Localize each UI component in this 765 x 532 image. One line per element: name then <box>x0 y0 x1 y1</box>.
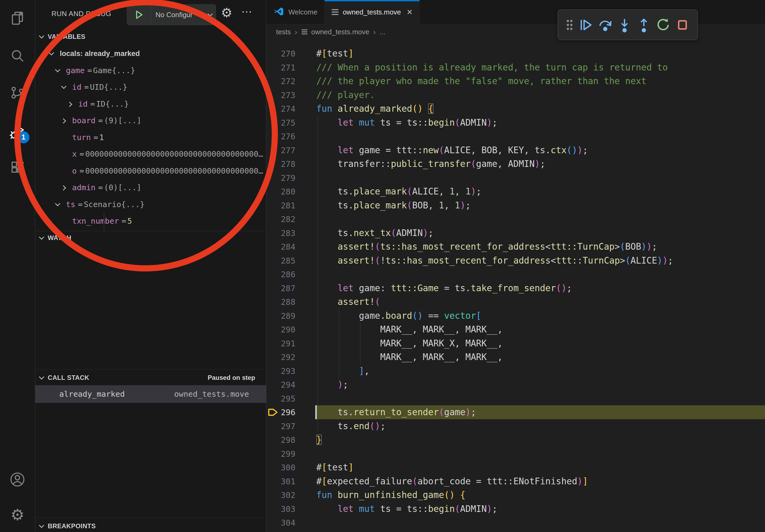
code-line[interactable]: 302fun burn_unfinished_game() { <box>267 488 765 502</box>
code-line[interactable]: 297 ts.end(); <box>267 419 765 433</box>
code-line[interactable]: 304 <box>267 516 765 530</box>
line-number[interactable]: 286 <box>267 268 296 282</box>
variable-row[interactable]: txn_number=5 <box>35 213 267 230</box>
step-out-icon[interactable] <box>634 14 653 36</box>
chevron-right-icon[interactable] <box>67 102 72 107</box>
line-number[interactable]: 272 <box>267 75 296 89</box>
call-stack-frame[interactable]: already_marked owned_tests.move <box>35 385 267 403</box>
tab-welcome[interactable]: Welcome <box>267 0 325 24</box>
code-line[interactable]: 291 MARK__, MARK_X, MARK__, <box>267 337 765 350</box>
line-number[interactable]: 300 <box>267 461 296 475</box>
line-number[interactable]: 285 <box>267 254 296 268</box>
line-number[interactable]: 282 <box>267 212 296 226</box>
line-number[interactable]: 275 <box>267 116 296 130</box>
line-number[interactable]: 291 <box>267 337 296 351</box>
run-and-debug-icon[interactable] <box>0 119 35 145</box>
code-line[interactable]: 285 assert!(!ts::has_most_recent_for_add… <box>267 254 765 268</box>
code-line[interactable]: 286 <box>267 267 765 281</box>
line-number[interactable]: 292 <box>267 350 296 364</box>
more-actions-icon[interactable]: ⋯ <box>241 5 252 18</box>
code-line[interactable]: 282 <box>267 212 765 226</box>
code-line[interactable]: 293 ], <box>267 364 765 378</box>
line-number[interactable]: 279 <box>267 171 296 185</box>
line-number[interactable]: 288 <box>267 295 296 309</box>
variable-row[interactable]: game=Game{...} <box>35 62 267 79</box>
variable-row[interactable]: x=00000000000000000000000000000000000000… <box>35 146 267 162</box>
line-number[interactable]: 303 <box>267 502 296 516</box>
line-number[interactable]: 289 <box>267 309 296 323</box>
code-line[interactable]: 277 let game = ttt::new(ALICE, BOB, KEY,… <box>267 143 765 157</box>
code-line[interactable]: 303 let mut ts = ts::begin(ADMIN); <box>267 502 765 516</box>
step-into-icon[interactable] <box>615 14 634 36</box>
settings-gear-icon[interactable]: ⚙ <box>0 501 35 528</box>
debug-config-dropdown[interactable]: No Configur <box>127 4 216 25</box>
code-line[interactable]: 300#[test] <box>267 460 765 474</box>
code-line[interactable]: 298} <box>267 433 765 447</box>
line-number[interactable]: 290 <box>267 323 296 337</box>
code-line[interactable]: 289 game.board() == vector[ <box>267 309 765 323</box>
code-line[interactable]: 278 transfer::public_transfer(game, ADMI… <box>267 157 765 171</box>
code-line[interactable]: 274fun already_marked() { <box>267 102 765 116</box>
debug-settings-gear-icon[interactable]: ⚙ <box>221 6 232 19</box>
code-line[interactable]: 275 let mut ts = ts::begin(ADMIN); <box>267 116 765 130</box>
line-number[interactable]: 281 <box>267 199 296 213</box>
line-number[interactable]: 295 <box>267 392 296 406</box>
line-number[interactable]: 287 <box>267 282 296 296</box>
start-debug-icon[interactable] <box>127 5 151 25</box>
continue-icon[interactable] <box>576 14 596 36</box>
variable-row[interactable]: ts=Scenario{...} <box>35 196 267 213</box>
search-icon[interactable] <box>0 42 35 69</box>
line-number[interactable]: 302 <box>267 488 296 502</box>
code-line[interactable]: 283 ts.next_tx(ADMIN); <box>267 226 765 240</box>
variable-row[interactable]: id=UID{...} <box>35 79 267 96</box>
line-number[interactable]: 271 <box>267 61 296 75</box>
extensions-icon[interactable] <box>0 154 35 180</box>
chevron-right-icon[interactable] <box>61 185 66 191</box>
code-editor[interactable]: 270#[test]271/// When a position is alre… <box>267 40 765 532</box>
code-line[interactable]: 281 ts.place_mark(BOB, 1, 1); <box>267 198 765 212</box>
variable-row[interactable]: id=ID{...} <box>35 96 267 113</box>
tab-owned-tests-move[interactable]: owned_tests.move× <box>325 0 420 24</box>
variable-row[interactable]: turn=1 <box>35 129 267 146</box>
breadcrumb-item[interactable]: tests <box>276 28 291 36</box>
step-over-icon[interactable] <box>596 14 615 36</box>
variable-row[interactable]: board=(9)[...] <box>35 112 267 129</box>
line-number[interactable]: 293 <box>267 364 296 378</box>
chevron-down-icon[interactable] <box>55 201 60 206</box>
code-line[interactable]: 280 ts.place_mark(ALICE, 1, 1); <box>267 184 765 198</box>
line-number[interactable]: 276 <box>267 130 296 143</box>
source-control-icon[interactable] <box>0 79 35 106</box>
variables-scope-row[interactable]: locals: already_marked <box>35 45 267 62</box>
variables-section-header[interactable]: VARIABLES <box>35 30 266 44</box>
code-line[interactable]: 295 <box>267 392 765 405</box>
code-line[interactable]: 288 assert!( <box>267 295 765 309</box>
line-number[interactable]: 283 <box>267 226 296 240</box>
code-line[interactable]: 284 assert!(ts::has_most_recent_for_addr… <box>267 240 765 254</box>
breadcrumb-item[interactable]: owned_tests.move <box>311 28 370 36</box>
call-stack-section-header[interactable]: CALL STACK Paused on step <box>35 371 266 385</box>
code-line[interactable]: 270#[test] <box>267 47 765 61</box>
code-line[interactable]: 299 <box>267 447 765 461</box>
line-number[interactable]: 298 <box>267 433 296 447</box>
line-number[interactable]: 284 <box>267 240 296 254</box>
toolbar-drag-handle[interactable] <box>563 14 576 36</box>
line-number[interactable]: 273 <box>267 89 296 102</box>
code-line[interactable]: 276 <box>267 130 765 143</box>
restart-icon[interactable] <box>653 14 673 36</box>
explorer-icon[interactable] <box>0 5 35 32</box>
line-number[interactable]: 304 <box>267 516 296 530</box>
code-line[interactable]: 273/// player. <box>267 88 765 102</box>
chevron-down-icon[interactable] <box>55 67 60 72</box>
account-icon[interactable] <box>0 466 35 493</box>
variable-row[interactable]: admin=(0)[...] <box>35 179 267 196</box>
code-line[interactable]: 290 MARK__, MARK__, MARK__, <box>267 323 765 337</box>
line-number[interactable]: 278 <box>267 157 296 171</box>
line-number[interactable]: 297 <box>267 419 296 433</box>
code-line[interactable]: 287 let game: ttt::Game = ts.take_from_s… <box>267 281 765 295</box>
code-line[interactable]: 272/// the player who made the "false" m… <box>267 74 765 88</box>
breadcrumb-item[interactable]: ... <box>380 28 385 36</box>
watch-section-header[interactable]: WATCH <box>35 231 266 245</box>
line-number[interactable]: 277 <box>267 143 296 157</box>
line-number[interactable]: 280 <box>267 185 296 199</box>
code-line[interactable]: 301#[expected_failure(abort_code = ttt::… <box>267 474 765 488</box>
